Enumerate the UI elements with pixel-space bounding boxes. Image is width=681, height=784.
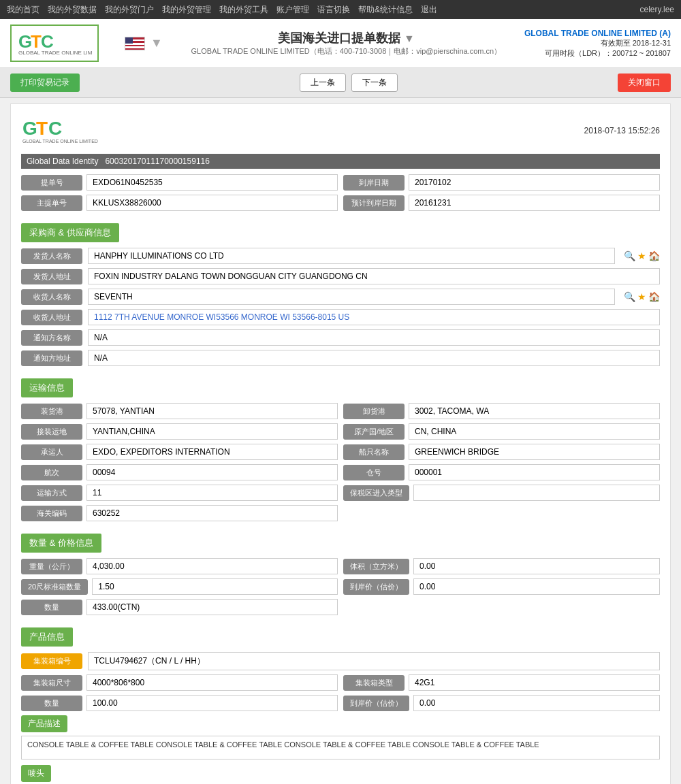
product-price-value: 0.00 [413,695,660,711]
consignee-addr-row: 收货人地址 1112 7TH AVENUE MONROE WI53566 MON… [21,309,660,325]
gdi-label: Global Data Identity [27,157,98,166]
container-size-field: 集装箱尺寸 4000*806*800 [21,674,338,691]
quantity-section-header: 数量 & 价格信息 [21,534,101,553]
top-right-info: GLOBAL TRADE ONLINE LIMITED (A) 有效期至 201… [524,29,671,59]
est-arrival-value: 20161231 [409,195,660,211]
product-price-label: 到岸价（估价） [343,696,409,711]
record-timestamp: 2018-07-13 15:52:26 [584,126,660,135]
transport-row5: 运输方式 11 保税区进入类型 [21,485,660,501]
nav-language[interactable]: 语言切换 [317,4,350,16]
container-type-field: 集装箱类型 42G1 [343,674,660,691]
container-id-value: TCLU4794627（CN / L / HH） [88,652,660,670]
weight-field: 重量（公斤） 4,030.00 [21,558,338,574]
supplier-section-header: 采购商 & 供应商信息 [21,223,119,242]
nav-portal[interactable]: 我的外贸门户 [105,4,154,16]
container-type-label: 集装箱类型 [343,675,405,691]
page-header: G T C GLOBAL TRADE ONLINE LIMITED ▼ 美国海关… [0,19,681,68]
vessel-label: 船只名称 [343,444,405,460]
transport-section-header: 运输信息 [21,378,73,397]
container-size-label: 集装箱尺寸 [21,675,82,691]
discharge-port-label: 卸货港 [343,404,405,419]
container-id-row: 集装箱编号 TCLU4794627（CN / L / HH） [21,652,660,670]
consignee-search-icon[interactable]: 🔍 [624,291,635,302]
carrier-field: 承运人 EXDO, EXPEDITORS INTERNATION [21,444,338,460]
warehouse-label: 仓号 [343,465,405,480]
nav-management[interactable]: 我的外贸管理 [162,4,211,16]
marks-section: 唛头 PO#: 7PE323486/ 7CH323590/ 7CH323938/… [21,760,660,784]
home-icon[interactable]: 🏠 [648,250,660,261]
carrier-label: 承运人 [21,444,82,460]
shipper-addr-label: 发货人地址 [21,269,82,284]
shipper-name-row: 发货人名称 HANPHY ILLUMINATIONS CO LTD 🔍 ★ 🏠 [21,248,660,264]
svg-text:T: T [31,31,42,52]
origin-country-field: 原产国/地区 CN, CHINA [343,423,660,440]
customs-row: 海关编码 630252 [21,505,660,521]
container-size-value: 4000*806*800 [86,674,338,691]
container20-value: 1.50 [92,578,338,595]
transport-mode-label: 运输方式 [21,485,82,501]
notify-name-label: 通知方名称 [21,330,82,346]
arrival-price-field: 到岸价（估价） 0.00 [343,578,660,595]
nav-help[interactable]: 帮助&统计信息 [358,4,413,16]
loading-port-field: 装货港 57078, YANTIAN [21,403,338,419]
bill-no-row: 提单号 EXDO61N0452535 到岸日期 20170102 [21,174,660,191]
transport-row2: 接装运地 YANTIAN,CHINA 原产国/地区 CN, CHINA [21,423,660,440]
container20-field: 20尺标准箱数量 1.50 [21,578,338,595]
transport-mode-value: 11 [86,485,338,501]
product-desc-section: 产品描述 CONSOLE TABLE & COFFEE TABLE CONSOL… [21,715,660,760]
nav-logout[interactable]: 退出 [421,4,437,16]
top-toolbar: 打印贸易记录 上一条 下一条 关闭窗口 [0,68,681,98]
main-bill-value: KKLUSX38826000 [86,195,338,211]
flag-dropdown-icon[interactable]: ▼ [151,36,163,50]
consignee-star-icon[interactable]: ★ [637,291,646,302]
nav-account[interactable]: 账户管理 [276,4,309,16]
print-button[interactable]: 打印贸易记录 [10,74,80,92]
main-bill-row: 主提单号 KKLUSX38826000 预计到岸日期 20161231 [21,195,660,211]
discharge-port-field: 卸货港 3002, TACOMA, WA [343,403,660,419]
logo-area: G T C GLOBAL TRADE ONLINE LIMITED [10,24,119,62]
bill-no-label: 提单号 [21,175,82,191]
shipper-addr-row: 发货人地址 FOXIN INDUSTRY DALANG TOWN DONGGUA… [21,268,660,284]
top-navigation: 我的首页 我的外贸数据 我的外贸门户 我的外贸管理 我的外贸工具 账户管理 语言… [0,0,681,19]
notify-addr-value: N/A [88,350,660,366]
weight-value: 4,030.00 [86,558,338,574]
star-icon[interactable]: ★ [637,250,646,261]
page-title: 美国海关进口提单数据 ▼ [168,30,524,46]
svg-text:C: C [48,118,62,139]
search-icon[interactable]: 🔍 [624,250,635,261]
arrival-price-label: 到岸价（估价） [343,579,409,595]
product-qty-value: 100.00 [86,695,338,711]
nav-trade-data[interactable]: 我的外贸数据 [48,4,97,16]
volume-field: 体积（立方米） 0.00 [343,558,660,574]
loading-place-field: 接装运地 YANTIAN,CHINA [21,423,338,440]
nav-tools[interactable]: 我的外贸工具 [219,4,268,16]
logo: G T C GLOBAL TRADE ONLINE LIMITED [10,24,99,62]
shipper-name-value: HANPHY ILLUMINATIONS CO LTD [88,248,615,264]
notify-name-row: 通知方名称 N/A [21,329,660,346]
ftz-type-value [413,485,660,501]
carrier-value: EXDO, EXPEDITORS INTERNATION [86,444,338,460]
company-info: GLOBAL TRADE ONLINE LIMITED（电话：400-710-3… [168,46,524,56]
notify-name-value: N/A [88,329,660,346]
arrival-price-value: 0.00 [413,578,660,595]
next-button[interactable]: 下一条 [351,74,398,92]
consignee-addr-value: 1112 7TH AVENUE MONROE WI53566 MONROE WI… [88,309,660,325]
origin-country-value: CN, CHINA [409,423,660,440]
nav-menu[interactable]: 我的首页 我的外贸数据 我的外贸门户 我的外贸管理 我的外贸工具 账户管理 语言… [7,4,437,16]
notify-addr-label: 通知方地址 [21,350,82,366]
logo-svg: G T C GLOBAL TRADE ONLINE LIMITED [17,29,92,56]
gdi-row: Global Data Identity 6003201701117000015… [21,154,660,169]
transport-mode-field: 运输方式 11 [21,485,338,501]
nav-home[interactable]: 我的首页 [7,4,39,16]
est-arrival-label: 预计到岸日期 [343,195,405,211]
prev-button[interactable]: 上一条 [300,74,346,92]
loading-place-label: 接装运地 [21,424,82,440]
customs-code-field: 海关编码 630252 [21,505,338,521]
consignee-home-icon[interactable]: 🏠 [648,291,660,302]
vessel-value: GREENWICH BRIDGE [409,444,660,460]
close-button[interactable]: 关闭窗口 [618,74,671,92]
warehouse-field: 仓号 000001 [343,464,660,480]
consignee-addr-label: 收货人地址 [21,310,82,325]
arrival-date-field: 到岸日期 20170102 [343,174,660,191]
ftz-type-label: 保税区进入类型 [343,485,409,501]
